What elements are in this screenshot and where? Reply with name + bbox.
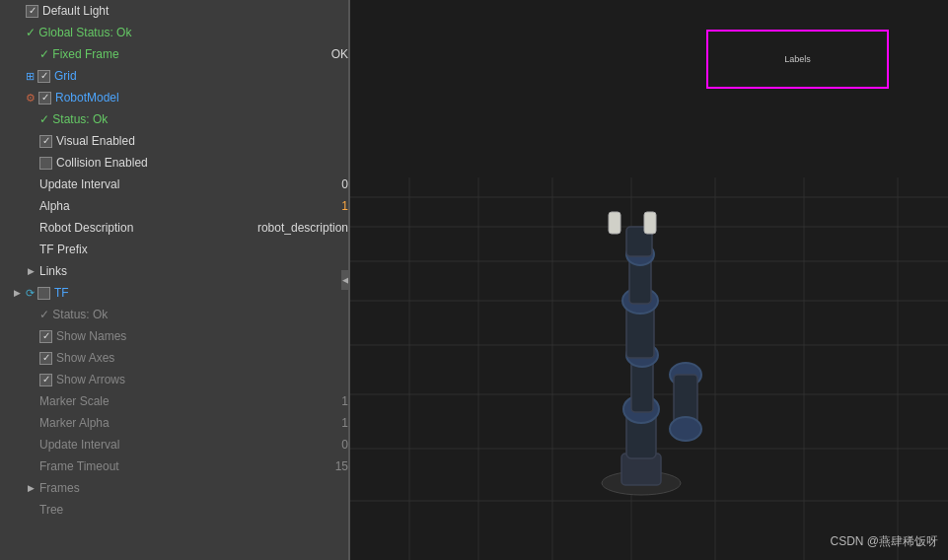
expand-arrow[interactable]: ▶ [28,261,39,281]
value-robot-description: robot_description [252,218,348,238]
label-fixed-frame: ✓ Fixed Frame [39,44,326,64]
tree-row-collision-enabled: Collision Enabled [0,152,348,174]
value-marker-scale: 1 [335,391,348,411]
tree-row-grid: ⊞Grid [0,65,348,87]
tree-row-frames: ▶Frames [0,477,348,499]
label-marker-scale: Marker Scale [39,391,335,411]
pink-rect-overlay: Labels [706,30,889,89]
svg-point-31 [670,417,701,441]
label-tf: TF [54,283,348,303]
label-robot-model: RobotModel [55,88,348,107]
tree-rows: Default Light✓ Global Status: Ok✓ Fixed … [0,0,348,521]
checkbox-grid[interactable] [37,70,50,83]
label-robot-status: ✓ Status: Ok [39,109,348,129]
checkbox-robot-model[interactable] [38,92,51,105]
tree-row-marker-alpha: Marker Alpha1 [0,412,348,434]
tree-row-tf-status: ✓ Status: Ok [0,304,348,325]
label-visual-enabled: Visual Enabled [56,131,348,151]
tree-row-fixed-frame: ✓ Fixed FrameOK [0,43,348,65]
label-alpha: Alpha [39,196,335,216]
tree-row-marker-scale: Marker Scale1 [0,390,348,412]
expand-arrow[interactable]: ▶ [28,478,39,498]
tree-row-global-status: ✓ Global Status: Ok [0,22,348,43]
tree-row-links: ▶Links [0,260,348,282]
tree-row-visual-enabled: Visual Enabled [0,130,348,152]
expand-arrow[interactable]: ▶ [14,283,26,303]
value-frame-timeout: 15 [329,456,348,476]
label-grid: Grid [54,66,348,86]
value-fixed-frame: OK [326,44,348,64]
label-tf-prefix: TF Prefix [39,240,348,259]
label-update-interval-tf: Update Interval [39,435,335,455]
label-global-status: ✓ Global Status: Ok [26,23,348,42]
label-update-interval: Update Interval [39,175,335,194]
checkbox-show-arrows[interactable] [39,374,52,386]
label-tree: Tree [39,500,348,520]
tree-row-default-light: Default Light [0,0,348,22]
label-frame-timeout: Frame Timeout [39,456,329,476]
tree-row-show-arrows: Show Arrows [0,369,348,390]
grid-icon: ⊞ [26,66,35,86]
label-marker-alpha: Marker Alpha [39,413,335,433]
label-show-names: Show Names [56,326,348,346]
label-show-arrows: Show Arrows [56,370,348,389]
tree-row-show-names: Show Names [0,325,348,347]
tree-row-robot-description: Robot Descriptionrobot_description [0,217,348,239]
checkbox-visual-enabled[interactable] [39,135,52,148]
tree-row-tf-prefix: TF Prefix [0,239,348,260]
tree-row-update-interval-tf: Update Interval0 [0,434,348,455]
label-robot-description: Robot Description [39,218,252,238]
tree-row-update-interval: Update Interval0 [0,174,348,195]
svg-rect-27 [609,212,620,234]
checkbox-show-names[interactable] [39,330,52,343]
checkbox-show-axes[interactable] [39,352,52,365]
tf-icon: ⟳ [26,283,35,303]
label-links: Links [39,261,348,281]
value-update-interval-tf: 0 [335,435,348,455]
robot-icon: ⚙ [26,88,36,107]
checkbox-default-light[interactable] [26,5,38,18]
left-panel: Default Light✓ Global Status: Ok✓ Fixed … [0,0,350,560]
checkbox-collision-enabled[interactable] [39,157,52,170]
tree-row-show-axes: Show Axes [0,347,348,369]
tree-row-frame-timeout: Frame Timeout15 [0,455,348,477]
label-show-axes: Show Axes [56,348,348,368]
tree-row-tf: ▶⟳TF [0,282,348,304]
label-default-light: Default Light [42,1,348,21]
tree-row-robot-model: ⚙RobotModel [0,87,348,108]
viewport-panel: Labels CSDN @燕肆稀饭呀 [350,0,948,560]
value-alpha: 1 [335,196,348,216]
value-update-interval: 0 [335,175,348,194]
panel-resize-handle[interactable]: ◀ [341,270,349,290]
tree-row-robot-status: ✓ Status: Ok [0,108,348,130]
tree-row-alpha: Alpha1 [0,195,348,217]
label-tf-status: ✓ Status: Ok [39,305,348,324]
value-marker-alpha: 1 [335,413,348,433]
pink-rect-label: Labels [784,54,811,64]
label-frames: Frames [39,478,348,498]
svg-rect-28 [644,212,656,234]
watermark: CSDN @燕肆稀饭呀 [830,533,938,550]
tree-row-tree: Tree [0,499,348,521]
label-collision-enabled: Collision Enabled [56,153,348,173]
checkbox-tf[interactable] [37,287,50,300]
